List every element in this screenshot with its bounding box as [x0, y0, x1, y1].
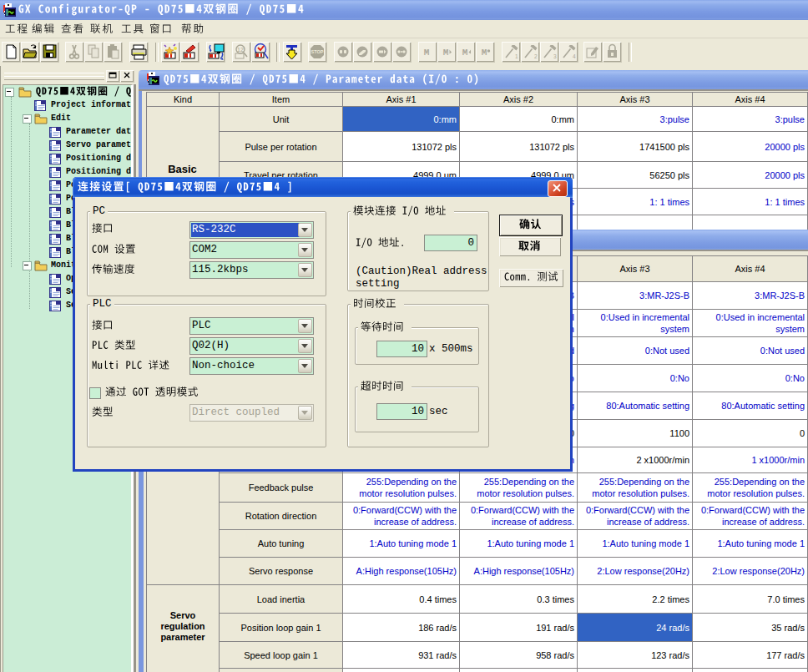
svg-text:M: M	[462, 48, 468, 58]
svg-text:1: 1	[515, 53, 518, 59]
svg-text:3: 3	[553, 53, 557, 59]
svg-text:M: M	[424, 48, 430, 58]
svg-text:M: M	[482, 48, 487, 58]
svg-text:M: M	[443, 48, 449, 58]
svg-text:2: 2	[534, 53, 538, 59]
svg-text:STOP: STOP	[311, 49, 324, 54]
svg-text:4: 4	[573, 53, 576, 59]
svg-text:12: 12	[237, 47, 244, 53]
